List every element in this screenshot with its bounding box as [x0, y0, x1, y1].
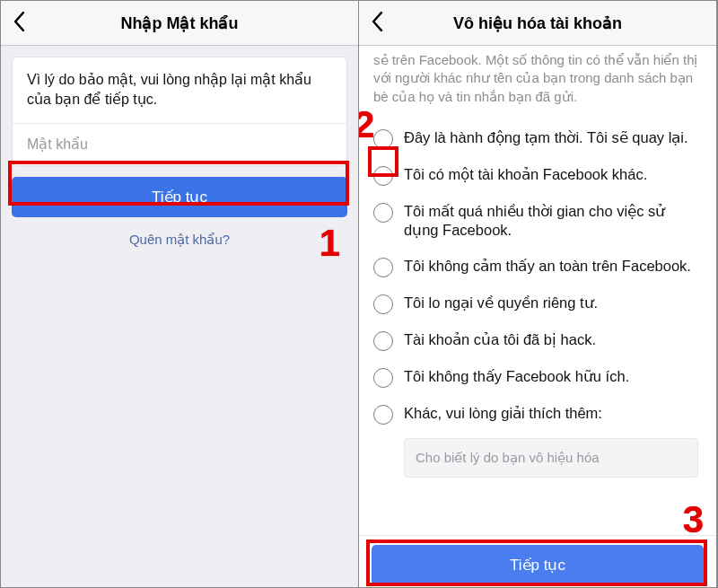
option-label: Khác, vui lòng giải thích thêm: [404, 404, 602, 423]
reason-option-too-much-time[interactable]: Tôi mất quá nhiều thời gian cho việc sử … [373, 194, 702, 249]
password-input[interactable] [13, 123, 346, 165]
continue-button-right[interactable]: Tiếp tục [372, 545, 704, 585]
reason-option-not-safe[interactable]: Tôi không cảm thấy an toàn trên Facebook… [373, 249, 702, 285]
reason-option-hacked[interactable]: Tài khoản của tôi đã bị hack. [373, 322, 702, 359]
chevron-left-icon [13, 12, 26, 31]
right-header-title: Vô hiệu hóa tài khoản [359, 13, 716, 33]
reason-option-temporary[interactable]: Đây là hành động tạm thời. Tôi sẽ quay l… [373, 120, 702, 157]
option-label: Tài khoản của tôi đã bị hack. [404, 330, 596, 349]
back-button-right[interactable] [359, 12, 395, 35]
radio-icon [373, 331, 393, 351]
reason-option-other[interactable]: Khác, vui lòng giải thích thêm: [373, 396, 702, 433]
right-footer: Tiếp tục 3 [359, 535, 716, 587]
forgot-password-link[interactable]: Quên mật khẩu? [1, 232, 358, 248]
back-button-left[interactable] [1, 12, 37, 35]
option-label: Tôi mất quá nhiều thời gian cho việc sử … [404, 202, 702, 241]
reason-text-input[interactable]: Cho biết lý do bạn vô hiệu hóa [404, 438, 698, 478]
radio-icon [373, 129, 393, 149]
password-card: Vì lý do bảo mật, vui lòng nhập lại mật … [12, 57, 347, 166]
left-body: Vì lý do bảo mật, vui lòng nhập lại mật … [1, 46, 358, 587]
intro-text: sẻ trên Facebook. Một số thông tin có th… [373, 51, 702, 117]
option-label: Tôi không cảm thấy an toàn trên Facebook… [404, 257, 691, 276]
reason-option-list: Đây là hành động tạm thời. Tôi sẽ quay l… [373, 120, 702, 433]
option-label: Tôi không thấy Facebook hữu ích. [404, 367, 629, 386]
reason-option-not-useful[interactable]: Tôi không thấy Facebook hữu ích. [373, 359, 702, 396]
prompt-text: Vì lý do bảo mật, vui lòng nhập lại mật … [13, 57, 346, 123]
option-label: Tôi có một tài khoản Facebook khác. [404, 165, 647, 184]
radio-icon [373, 368, 393, 388]
reason-option-privacy[interactable]: Tôi lo ngại về quyền riêng tư. [373, 285, 702, 322]
left-header-title: Nhập Mật khẩu [1, 13, 358, 33]
option-label: Đây là hành động tạm thời. Tôi sẽ quay l… [404, 128, 688, 147]
right-panel: Vô hiệu hóa tài khoản sẻ trên Facebook. … [359, 1, 717, 587]
reason-option-other-account[interactable]: Tôi có một tài khoản Facebook khác. [373, 157, 702, 194]
left-header: Nhập Mật khẩu [1, 1, 358, 46]
radio-icon [373, 258, 393, 277]
annotation-number-2: 2 [359, 103, 374, 146]
radio-icon [373, 166, 393, 186]
right-body: sẻ trên Facebook. Một số thông tin có th… [359, 46, 716, 535]
radio-icon [373, 203, 393, 223]
radio-icon [373, 405, 393, 425]
option-label: Tôi lo ngại về quyền riêng tư. [404, 294, 598, 312]
left-panel: Nhập Mật khẩu Vì lý do bảo mật, vui lòng… [1, 1, 359, 587]
radio-icon [373, 294, 393, 314]
chevron-left-icon [371, 12, 384, 31]
right-header: Vô hiệu hóa tài khoản [359, 1, 716, 46]
continue-button-left[interactable]: Tiếp tục [12, 177, 347, 217]
